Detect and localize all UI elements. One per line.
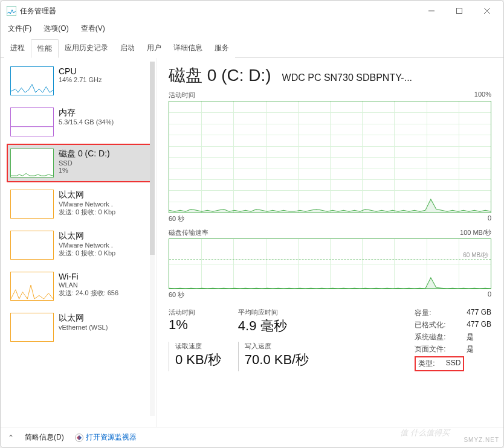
chart1-max: 100% [474,91,491,100]
tab-strip: 进程 性能 应用历史记录 启动 用户 详细信息 服务 [1,39,503,58]
ethernet-thumb-icon [10,190,54,219]
sidebar-disk-line1: SSD [59,159,151,167]
sidebar-item-wifi[interactable]: Wi-Fi WLAN 发送: 24.0 接收: 656 [7,267,155,306]
sidebar-item-ethernet-1[interactable]: 以太网 VMware Network . 发送: 0 接收: 0 Kbp [7,185,155,223]
chart1-xright: 0 [488,214,491,223]
menu-view[interactable]: 查看(V) [79,22,108,35]
stat-resp-value: 4.9 毫秒 [238,317,309,335]
disk-info-table: 容量:477 GB 已格式化:477 GB 系统磁盘:是 页面文件:是 类型: … [415,308,491,371]
stat-active-label: 活动时间 [169,308,221,317]
sidebar-wifi-title: Wi-Fi [59,272,151,281]
menubar: 文件(F) 选项(O) 查看(V) [1,21,503,39]
chart2-xleft: 60 秒 [169,290,184,299]
stat-read-label: 读取速度 [175,342,221,351]
sidebar-cpu-title: CPU [59,66,151,76]
sidebar-eth2-title: 以太网 [59,231,151,242]
info-type-k: 类型: [418,359,435,369]
detail-model: WDC PC SN730 SDBPNTY-... [282,72,491,83]
minimize-button[interactable] [418,2,445,20]
menu-file[interactable]: 文件(F) [5,22,34,35]
detail-title: 磁盘 0 (C: D:) [169,64,271,87]
watermark-2: 值 什么值得买 [400,427,450,438]
sidebar-cpu-line1: 14% 2.71 GHz [59,76,151,83]
stat-read-value: 0 KB/秒 [175,351,221,369]
info-formatted-v: 477 GB [467,320,491,330]
sidebar-item-ethernet-2[interactable]: 以太网 VMware Network . 发送: 0 接收: 0 Kbp [7,226,155,264]
tab-services[interactable]: 服务 [208,39,235,58]
sidebar-item-ethernet-3[interactable]: 以太网 vEthernet (WSL) [7,308,155,347]
tab-users[interactable]: 用户 [141,39,167,58]
sidebar-eth1-title: 以太网 [59,190,151,200]
chart2-xright: 0 [488,290,491,299]
info-capacity-v: 477 GB [467,308,491,318]
info-type-row: 类型: SSD [415,356,464,371]
stat-write-value: 70.0 KB/秒 [245,351,309,369]
sidebar-scrollbar[interactable] [150,62,155,416]
sidebar-eth2-line2: 发送: 0 接收: 0 Kbp [59,249,151,258]
info-capacity-k: 容量: [415,308,456,318]
tab-performance[interactable]: 性能 [31,39,59,58]
memory-thumb-icon [10,107,54,136]
sidebar-item-disk0[interactable]: 磁盘 0 (C: D:) SSD 1% [7,144,155,182]
stat-resp-label: 平均响应时间 [238,308,309,317]
cpu-thumb-icon [10,66,54,95]
tab-startup[interactable]: 启动 [114,39,141,58]
chart2-label: 磁盘传输速率 [169,228,208,237]
chart2-max: 100 MB/秒 [460,228,491,237]
chart1-xleft: 60 秒 [169,214,184,223]
body: CPU 14% 2.71 GHz 内存 5.3/15.4 GB (34%) 磁盘… [1,58,503,427]
detail-panel: 磁盘 0 (C: D:) WDC PC SN730 SDBPNTY-... 活动… [157,58,503,427]
window-title: 任务管理器 [20,6,56,16]
svg-rect-2 [457,8,462,14]
sidebar-memory-title: 内存 [59,107,151,118]
ethernet-thumb-icon [10,231,54,260]
info-pagefile-v: 是 [467,344,474,354]
sidebar-eth2-line1: VMware Network . [59,242,151,249]
info-pagefile-k: 页面文件: [415,344,456,354]
sidebar-disk-line2: 1% [59,167,151,174]
svg-marker-8 [169,278,491,289]
chart1-box [169,101,491,213]
sidebar-item-memory[interactable]: 内存 5.3/15.4 GB (34%) [7,103,155,141]
sidebar-eth1-line1: VMware Network . [59,200,151,208]
resource-monitor-link[interactable]: 打开资源监视器 [75,432,137,443]
sidebar-memory-line1: 5.3/15.4 GB (34%) [59,118,151,126]
ethernet-thumb-icon [10,313,54,342]
app-icon [7,6,16,16]
stat-write-label: 写入速度 [245,342,309,351]
chart1-label: 活动时间 [169,91,195,100]
chart-activity: 活动时间 100% 60 秒 0 [169,91,491,223]
disk-thumb-icon [10,149,54,178]
watermark: SMYZ.NET [464,437,499,443]
close-button[interactable] [473,2,501,20]
wifi-thumb-icon [10,272,54,301]
collapse-chevron-icon[interactable]: ⌃ [8,434,14,442]
compass-icon [75,434,83,442]
sidebar-wifi-line2: 发送: 24.0 接收: 656 [59,289,151,298]
info-formatted-k: 已格式化: [415,320,456,330]
chart-transfer: 磁盘传输速率 100 MB/秒 60 MB/秒 60 秒 0 [169,228,491,299]
stat-active-value: 1% [169,317,221,333]
sidebar-eth3-line1: vEthernet (WSL) [59,324,151,331]
tab-app-history[interactable]: 应用历史记录 [59,39,114,58]
chart2-box: 60 MB/秒 [169,238,491,289]
info-sysdisk-k: 系统磁盘: [415,332,456,342]
summary-link[interactable]: 简略信息(D) [25,432,64,443]
sidebar-item-cpu[interactable]: CPU 14% 2.71 GHz [7,62,155,100]
sidebar-eth3-title: 以太网 [59,313,151,324]
info-sysdisk-v: 是 [467,332,474,342]
task-manager-window: 任务管理器 文件(F) 选项(O) 查看(V) 进程 性能 应用历史记录 启动 … [0,0,504,448]
sidebar-eth1-line2: 发送: 0 接收: 0 Kbp [59,208,151,217]
sidebar-disk-title: 磁盘 0 (C: D:) [59,149,151,159]
stats-section: 活动时间 1% 平均响应时间 4.9 毫秒 读取速度 0 KB/秒 写入速度 7… [169,308,491,371]
info-type-v: SSD [446,359,461,369]
menu-options[interactable]: 选项(O) [41,22,71,35]
resource-monitor-label: 打开资源监视器 [86,432,137,443]
titlebar: 任务管理器 [1,1,503,21]
performance-sidebar: CPU 14% 2.71 GHz 内存 5.3/15.4 GB (34%) 磁盘… [1,58,157,427]
tab-processes[interactable]: 进程 [4,39,31,58]
sidebar-wifi-line1: WLAN [59,281,151,289]
maximize-button[interactable] [445,2,473,20]
tab-details[interactable]: 详细信息 [167,39,208,58]
